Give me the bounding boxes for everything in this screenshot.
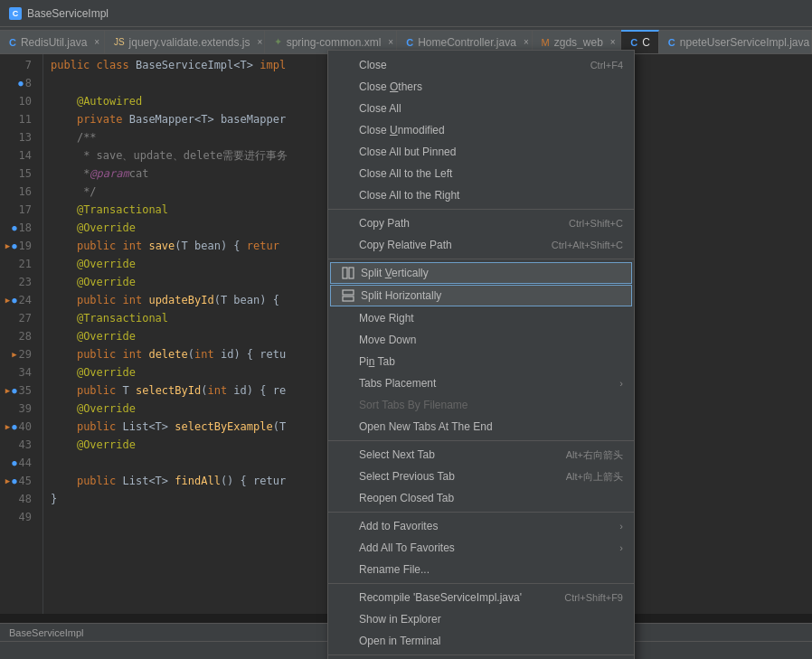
menu-move-down[interactable]: Move Down	[328, 329, 634, 351]
line-34: 34	[0, 363, 37, 381]
tab-icon-compete: C	[668, 37, 675, 48]
line-8: ●8	[0, 74, 37, 92]
menu-select-prev[interactable]: Select Previous Tab Alt+向上箭头	[328, 466, 634, 487]
menu-sort-tabs: Sort Tabs By Filename	[328, 394, 634, 416]
close-unmodified-icon	[339, 123, 354, 137]
separator-3	[328, 440, 634, 441]
line-49: 49	[0, 508, 37, 526]
tab-label-redis: RedisUtil.java	[21, 36, 87, 49]
line-15: 15	[0, 165, 37, 183]
tab-label-zgds: zgds_web	[554, 36, 603, 49]
line-21: 21	[0, 255, 37, 273]
menu-open-new-tabs-end[interactable]: Open New Tabs At The End	[328, 416, 634, 438]
separator-6	[328, 654, 634, 655]
split-vertically-icon	[341, 266, 355, 280]
tab-icon-home: C	[406, 37, 413, 48]
line-13: 13	[0, 128, 37, 146]
menu-select-next[interactable]: Select Next Tab Alt+右向箭头	[328, 444, 634, 466]
menu-close-unmodified[interactable]: Close Unmodified	[328, 119, 634, 141]
tab-close-zgds[interactable]: ×	[610, 37, 616, 47]
svg-rect-1	[349, 268, 354, 278]
svg-rect-2	[343, 290, 354, 295]
tab-compete[interactable]: C npeteUserServiceImpl.java	[659, 30, 812, 53]
menu-move-right[interactable]: Move Right	[328, 307, 634, 329]
line-17: 17	[0, 201, 37, 219]
menu-split-h[interactable]: Split Horizontally	[330, 285, 632, 306]
tab-close-jquery[interactable]: ×	[257, 37, 262, 47]
menu-rename-file[interactable]: Rename File...	[328, 559, 634, 580]
tab-icon-jquery: JS	[114, 37, 125, 47]
separator-1	[328, 209, 634, 210]
tab-icon-spring: ✦	[274, 36, 282, 48]
menu-add-favorites[interactable]: Add to Favorites ›	[328, 515, 634, 537]
line-16: 16	[0, 183, 37, 201]
menu-close-right[interactable]: Close All to the Right	[328, 184, 634, 206]
tab-jquery[interactable]: JS jquery.validate.extends.js ×	[105, 30, 265, 53]
line-39: 39	[0, 400, 37, 418]
line-11: 11	[0, 110, 37, 128]
menu-close[interactable]: Close Ctrl+F4	[328, 54, 634, 76]
menu-close-left[interactable]: Close All to the Left	[328, 163, 634, 184]
menu-add-all-favorites[interactable]: Add All To Favorites ›	[328, 537, 634, 559]
close-others-icon	[339, 80, 354, 94]
line-23: 23	[0, 273, 37, 291]
menu-show-explorer[interactable]: Show in Explorer	[328, 608, 634, 630]
menu-close-all[interactable]: Close All	[328, 98, 634, 119]
line-10: 10	[0, 92, 37, 110]
line-29: ▶29	[0, 345, 37, 363]
title-text: BaseServiceImpl	[27, 7, 109, 20]
tab-close-spring[interactable]: ×	[388, 37, 393, 47]
tab-label-jquery: jquery.validate.extends.js	[129, 36, 250, 49]
tab-icon-redis: C	[9, 37, 16, 48]
separator-4	[328, 512, 634, 513]
menu-close-others[interactable]: Close Others	[328, 76, 634, 98]
split-horizontally-icon	[341, 288, 355, 303]
context-menu: Close Ctrl+F4 Close Others Close All Clo…	[327, 50, 635, 659]
tab-close-home[interactable]: ×	[524, 37, 529, 47]
menu-split-v[interactable]: Split Vertically	[330, 262, 632, 284]
tab-label-spring: spring-common.xml	[287, 36, 382, 49]
menu-recompile[interactable]: Recompile 'BaseServiceImpl.java' Ctrl+Sh…	[328, 587, 634, 608]
line-45: ▶ ●45	[0, 472, 37, 490]
tab-close-redis[interactable]: ×	[94, 37, 99, 47]
title-bar: C BaseServiceImpl	[0, 0, 812, 27]
line-14: 14	[0, 146, 37, 165]
menu-copy-path[interactable]: Copy Path Ctrl+Shift+C	[328, 212, 634, 234]
line-numbers: 7 ●8 10 11 13 14 15 16 17 ●18 ▶ ●19 21 2…	[0, 54, 43, 614]
line-18: ●18	[0, 219, 37, 237]
line-19: ▶ ●19	[0, 237, 37, 255]
tab-label-compete: npeteUserServiceImpl.java	[680, 36, 809, 49]
line-24: ▶ ●24	[0, 291, 37, 309]
line-40: ▶ ●40	[0, 418, 37, 436]
menu-open-terminal[interactable]: Open in Terminal	[328, 630, 634, 652]
line-27: 27	[0, 309, 37, 327]
close-all-icon	[339, 101, 354, 116]
menu-copy-rel-path[interactable]: Copy Relative Path Ctrl+Alt+Shift+C	[328, 234, 634, 256]
line-48: 48	[0, 490, 37, 508]
line-44: ●44	[0, 454, 37, 472]
line-43: 43	[0, 436, 37, 454]
menu-pin-tab[interactable]: Pin Tab	[328, 351, 634, 372]
line-28: 28	[0, 327, 37, 345]
tab-icon-zgds: M	[542, 37, 550, 48]
line-35: ▶ ●35	[0, 381, 37, 400]
separator-2	[328, 259, 634, 259]
svg-rect-0	[343, 268, 347, 278]
app-icon: C	[9, 7, 22, 20]
line-7: 7	[0, 56, 37, 74]
close-icon	[339, 58, 354, 72]
separator-5	[328, 583, 634, 584]
svg-rect-3	[343, 297, 354, 301]
tab-label-home: HomeController.java	[418, 36, 516, 49]
menu-tabs-placement[interactable]: Tabs Placement ›	[328, 372, 634, 394]
status-text: BaseServiceImpl	[9, 627, 84, 638]
tab-redis[interactable]: C RedisUtil.java ×	[0, 30, 105, 53]
menu-reopen-closed[interactable]: Reopen Closed Tab	[328, 487, 634, 509]
tab-icon-base: C	[630, 37, 637, 48]
menu-close-all-pinned[interactable]: Close All but Pinned	[328, 141, 634, 163]
tab-label-base: C	[642, 36, 650, 49]
